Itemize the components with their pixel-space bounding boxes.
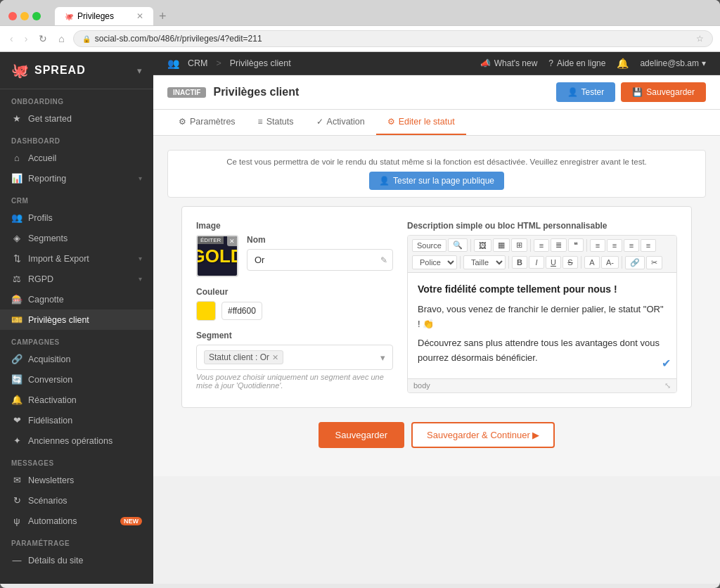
sidebar-item-reactivation[interactable]: 🔔 Réactivation (0, 390, 153, 410)
browser-tab[interactable]: 🐙 Privileges ✕ (55, 7, 153, 25)
bookmark-icon[interactable]: ☆ (696, 34, 704, 44)
segment-tag-value: Statut client : Or (209, 352, 269, 362)
user-avatar-button[interactable]: adeline@sb.am ▾ (640, 58, 706, 68)
notification-icon[interactable]: 🔔 (617, 58, 629, 69)
sidebar-item-details[interactable]: — Détails du site (0, 550, 153, 570)
name-input[interactable] (247, 249, 393, 271)
save-continue-button[interactable]: Sauvegarder & Continuer ▶ (411, 422, 555, 448)
address-bar: ‹ › ↻ ⌂ 🔒 social-sb.com/bo/486/r/privile… (0, 25, 720, 52)
sidebar-item-anciennes[interactable]: ✦ Anciennes opérations (0, 430, 153, 451)
tab-editer-statut[interactable]: ⚙ Editer le statut (376, 110, 466, 135)
newsletter-icon: ✉ (11, 475, 22, 485)
tab-activation[interactable]: ✓ Activation (305, 110, 376, 135)
sidebar-item-reporting[interactable]: 📊 Reporting ▾ (0, 168, 153, 188)
rte-font-select[interactable]: Police (412, 255, 457, 269)
rte-size-select[interactable]: Taille (463, 255, 506, 269)
sidebar-logo[interactable]: 🐙 SPREAD ▾ (0, 52, 153, 89)
browser-window: 🐙 Privileges ✕ + ‹ › ↻ ⌂ 🔒 social-sb.com… (0, 0, 720, 588)
rte-table-button[interactable]: ▦ (493, 238, 510, 252)
header-action-buttons: 👤 Tester 💾 Sauvegarder (556, 82, 706, 102)
sidebar-item-conversion[interactable]: 🔄 Conversion (0, 369, 153, 390)
image-thumbnail[interactable]: ÉDITER ✕ GOLD (196, 235, 238, 277)
test-button[interactable]: 👤 Tester (556, 82, 616, 102)
rte-highlight-button[interactable]: A- (601, 256, 619, 269)
section-title-campagnes: CAMPAGNES (0, 330, 153, 349)
privileges-icon: 🎫 (11, 314, 22, 325)
rte-divider-7 (622, 256, 622, 269)
remove-image-button[interactable]: ✕ (227, 236, 237, 246)
segments-icon: ◈ (11, 233, 22, 243)
rte-image-button[interactable]: 🖼 (474, 239, 491, 252)
help-button[interactable]: ? Aide en ligne (548, 58, 605, 68)
forward-button[interactable]: › (22, 32, 31, 46)
rte-resize-handle[interactable]: ⤡ (664, 381, 671, 390)
segment-select[interactable]: Statut client : Or ✕ ▾ (196, 345, 393, 370)
rte-list-button[interactable]: ≡ (534, 239, 549, 252)
import-export-icon: ⇅ (11, 253, 22, 264)
rte-quote-button[interactable]: ❝ (568, 238, 584, 252)
close-dot[interactable] (8, 12, 17, 20)
sidebar-item-scenarios[interactable]: ↻ Scénarios (0, 490, 153, 511)
whats-new-button[interactable]: 📣 What's new (480, 58, 538, 68)
section-title-dashboard: DASHBOARD (0, 129, 153, 148)
rte-unlink-button[interactable]: ✂ (646, 256, 662, 269)
help-label: Aide en ligne (557, 58, 605, 68)
color-swatch[interactable] (196, 301, 216, 321)
save-bottom-button[interactable]: Sauvegarder (319, 422, 404, 448)
sidebar-item-accueil[interactable]: ⌂ Accueil (0, 148, 153, 168)
app-container: 🐙 SPREAD ▾ ONBOARDING ★ Get started DASH… (0, 52, 720, 584)
sidebar-item-automations[interactable]: ψ Automations NEW (0, 511, 153, 531)
rte-italic-button[interactable]: I (529, 256, 544, 269)
reactivation-icon: 🔔 (11, 395, 22, 405)
image-name-row: Image ÉDITER ✕ GOLD Nom (196, 221, 393, 277)
sidebar-item-acquisition[interactable]: 🔗 Acquisition (0, 349, 153, 369)
rte-list2-button[interactable]: ≣ (551, 238, 567, 252)
rte-link-button[interactable]: 🔗 (625, 256, 645, 269)
rte-font-color-button[interactable]: A (584, 256, 600, 269)
pencil-icon: ✎ (380, 255, 387, 265)
back-button[interactable]: ‹ (7, 32, 16, 46)
segment-remove-icon[interactable]: ✕ (272, 353, 278, 362)
tab-parametres[interactable]: ⚙ Paramètres (167, 110, 247, 135)
rte-preview-button[interactable]: 🔍 (448, 238, 468, 252)
scenarios-icon: ↻ (11, 495, 22, 506)
sidebar-item-rgpd[interactable]: ⚖ RGPD ▾ (0, 269, 153, 289)
rte-tag-indicator: body (413, 381, 430, 390)
sidebar-item-get-started[interactable]: ★ Get started (0, 108, 153, 129)
rte-content-area[interactable]: Votre fidélité compte tellement pour nou… (408, 273, 676, 378)
url-field[interactable]: 🔒 social-sb.com/bo/486/r/privileges/4?ed… (73, 30, 713, 47)
rte-align-center-button[interactable]: ≡ (607, 239, 622, 252)
reload-button[interactable]: ↻ (36, 32, 50, 46)
save-header-button[interactable]: 💾 Sauvegarder (621, 82, 706, 102)
sidebar-label-reactivation: Réactivation (28, 395, 142, 405)
new-tab-button[interactable]: + (153, 7, 172, 25)
tab-close-icon[interactable]: ✕ (136, 11, 143, 21)
rte-grid-button[interactable]: ⊞ (511, 238, 527, 252)
rte-source-button[interactable]: Source (412, 239, 446, 252)
sidebar-item-privileges[interactable]: 🎫 Privilèges client (0, 309, 153, 330)
maximize-dot[interactable] (32, 12, 41, 20)
rte-align-right-button[interactable]: ≡ (624, 239, 639, 252)
tab-statuts-label: Statuts (266, 117, 294, 127)
info-text: Ce test vous permettra de voir le rendu … (226, 158, 647, 166)
color-label: Couleur (196, 287, 393, 297)
rte-divider (470, 239, 471, 252)
rte-align-justify-button[interactable]: ≡ (641, 239, 656, 252)
rte-strikethrough-button[interactable]: S (562, 256, 578, 269)
home-button[interactable]: ⌂ (56, 32, 67, 46)
tab-statuts[interactable]: ≡ Statuts (247, 110, 305, 135)
sidebar-item-segments[interactable]: ◈ Segments (0, 228, 153, 248)
sidebar-item-newsletters[interactable]: ✉ Newsletters (0, 470, 153, 490)
sidebar-item-import-export[interactable]: ⇅ Import & Export ▾ (0, 248, 153, 269)
sidebar-item-profils[interactable]: 👥 Profils (0, 207, 153, 228)
test-public-button[interactable]: 👤 Tester sur la page publique (369, 172, 504, 190)
sidebar-item-cagnotte[interactable]: 🎰 Cagnotte (0, 289, 153, 309)
sidebar-item-fidelisation[interactable]: ❤ Fidélisation (0, 410, 153, 430)
rte-underline-button[interactable]: U (546, 256, 561, 269)
minimize-dot[interactable] (20, 12, 29, 20)
acquisition-icon: 🔗 (11, 354, 22, 364)
rte-bold-button[interactable]: B (512, 256, 527, 269)
browser-tabs: 🐙 Privileges ✕ + (55, 7, 172, 25)
rte-align-left-button[interactable]: ≡ (590, 239, 605, 252)
page-title: Privilèges client (213, 86, 299, 98)
